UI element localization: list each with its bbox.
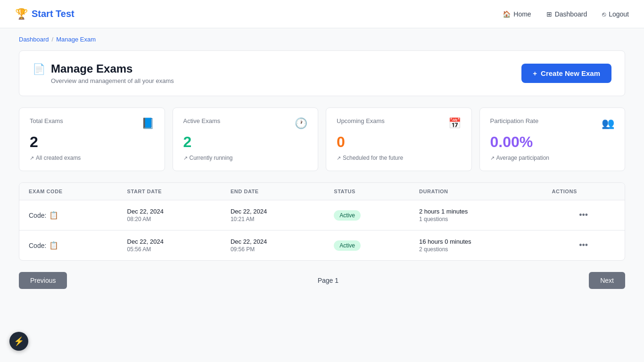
questions-1: 2 questions: [419, 246, 533, 253]
status-badge-1: Active: [334, 240, 361, 251]
stat-value-3: 0.00%: [490, 133, 615, 151]
logout-icon: ⎋: [602, 10, 606, 18]
stat-card-3: Participation Rate 👥 0.00% ↗ Average par…: [479, 107, 626, 171]
pagination: Previous Page 1 Next: [0, 272, 644, 304]
page-title-section: 📄 Manage Exams Overview and management o…: [33, 62, 174, 84]
stat-value-2: 0: [337, 133, 461, 151]
end-time-0: 10:21 AM: [231, 216, 315, 222]
lightning-button[interactable]: ⚡: [9, 332, 28, 351]
stat-card-0: Total Exams 📘 2 ↗ All created exams: [19, 107, 165, 171]
page-title-icon: 📄: [33, 63, 45, 75]
breadcrumb-separator: /: [52, 36, 54, 43]
stat-value-1: 2: [183, 133, 308, 151]
logo[interactable]: 🏆 Start Test: [15, 8, 74, 20]
cell-end-1: Dec 22, 2024 09:56 PM: [221, 230, 324, 261]
end-date-0: Dec 22, 2024: [231, 208, 315, 215]
col-start-date: START DATE: [118, 183, 221, 200]
stat-trend-icon-3: ↗: [490, 155, 495, 161]
stat-footer-text-0: All created exams: [36, 155, 81, 161]
stat-footer-text-2: Scheduled for the future: [343, 155, 403, 161]
copy-icon-0[interactable]: 📋: [49, 211, 58, 220]
stat-trend-icon-2: ↗: [337, 155, 341, 161]
page-title-text: Manage Exams Overview and management of …: [51, 62, 174, 84]
create-btn-label: Create New Exam: [541, 69, 600, 77]
logo-icon: 🏆: [15, 8, 28, 20]
col-end-date: END DATE: [221, 183, 324, 200]
start-time-0: 08:20 AM: [127, 216, 212, 222]
cell-code-1: Code: 📋: [19, 230, 118, 261]
nav: 🏠 Home ⊞ Dashboard ⎋ Logout: [503, 10, 629, 18]
cell-actions-0: •••: [542, 200, 625, 230]
nav-logout[interactable]: ⎋ Logout: [602, 10, 629, 18]
stat-trend-icon-1: ↗: [183, 155, 188, 161]
exam-table-container: EXAM CODE START DATE END DATE STATUS DUR…: [19, 182, 625, 261]
questions-0: 1 questions: [419, 216, 533, 222]
code-label-0: Code:: [29, 212, 46, 219]
stat-icon-1: 🕐: [295, 117, 307, 130]
duration-0: 2 hours 1 minutes: [419, 208, 533, 215]
col-actions: ACTIONS: [542, 183, 625, 200]
cell-duration-0: 2 hours 1 minutes 1 questions: [410, 200, 542, 230]
stat-card-1: Active Exams 🕐 2 ↗ Currently running: [173, 107, 319, 171]
code-label-1: Code:: [29, 242, 46, 249]
stat-footer-0: ↗ All created exams: [30, 155, 154, 161]
stat-icon-0: 📘: [141, 117, 154, 130]
status-badge-0: Active: [334, 210, 361, 221]
nav-dashboard-label: Dashboard: [555, 10, 587, 18]
table-header-row: EXAM CODE START DATE END DATE STATUS DUR…: [19, 183, 625, 200]
start-date-0: Dec 22, 2024: [127, 208, 212, 215]
cell-status-1: Active: [324, 230, 410, 261]
start-date-1: Dec 22, 2024: [127, 238, 212, 245]
breadcrumb-current: Manage Exam: [56, 36, 96, 43]
more-actions-button-1[interactable]: •••: [575, 239, 592, 252]
stat-icon-3: 👥: [602, 117, 614, 130]
col-status: STATUS: [324, 183, 410, 200]
duration-1: 16 hours 0 minutes: [419, 238, 533, 245]
stat-label-1: Active Exams: [183, 117, 221, 124]
cell-start-1: Dec 22, 2024 05:56 AM: [118, 230, 221, 261]
cell-end-0: Dec 22, 2024 10:21 AM: [221, 200, 324, 230]
header: 🏆 Start Test 🏠 Home ⊞ Dashboard ⎋ Logout: [0, 0, 644, 28]
stat-icon-2: 📅: [448, 117, 461, 130]
page-subtitle: Overview and management of all your exam…: [51, 77, 174, 84]
cell-start-0: Dec 22, 2024 08:20 AM: [118, 200, 221, 230]
stat-footer-2: ↗ Scheduled for the future: [337, 155, 461, 161]
page-info: Page 1: [318, 277, 339, 284]
stat-label-3: Participation Rate: [490, 117, 539, 124]
stat-footer-text-3: Average participation: [496, 155, 550, 161]
table-row: Code: 📋 Dec 22, 2024 05:56 AM Dec 22, 20…: [19, 230, 625, 261]
stat-footer-3: ↗ Average participation: [490, 155, 615, 161]
stat-footer-1: ↗ Currently running: [183, 155, 308, 161]
start-time-1: 05:56 AM: [127, 246, 212, 253]
next-button[interactable]: Next: [589, 272, 625, 289]
breadcrumb: Dashboard / Manage Exam: [0, 28, 644, 50]
stat-card-2: Upcoming Exams 📅 0 ↗ Scheduled for the f…: [326, 107, 472, 171]
previous-button[interactable]: Previous: [19, 272, 67, 289]
end-time-1: 09:56 PM: [231, 246, 315, 253]
stats-row: Total Exams 📘 2 ↗ All created exams Acti…: [19, 107, 625, 171]
home-icon: 🏠: [503, 10, 511, 18]
stat-footer-text-1: Currently running: [190, 155, 233, 161]
nav-home[interactable]: 🏠 Home: [503, 10, 531, 18]
nav-dashboard[interactable]: ⊞ Dashboard: [546, 10, 587, 18]
plus-icon: +: [533, 69, 537, 77]
nav-home-label: Home: [513, 10, 531, 18]
col-exam-code: EXAM CODE: [19, 183, 118, 200]
end-date-1: Dec 22, 2024: [231, 238, 315, 245]
breadcrumb-dashboard[interactable]: Dashboard: [19, 36, 49, 43]
table-row: Code: 📋 Dec 22, 2024 08:20 AM Dec 22, 20…: [19, 200, 625, 230]
col-duration: DURATION: [410, 183, 542, 200]
cell-duration-1: 16 hours 0 minutes 2 questions: [410, 230, 542, 261]
cell-code-0: Code: 📋: [19, 200, 118, 230]
dashboard-icon: ⊞: [546, 10, 552, 18]
nav-logout-label: Logout: [609, 10, 629, 18]
stat-trend-icon-0: ↗: [30, 155, 34, 161]
stat-value-0: 2: [30, 133, 154, 151]
cell-actions-1: •••: [542, 230, 625, 261]
app-name: Start Test: [32, 8, 74, 19]
cell-status-0: Active: [324, 200, 410, 230]
copy-icon-1[interactable]: 📋: [49, 241, 58, 250]
stat-label-2: Upcoming Exams: [337, 117, 385, 124]
create-new-exam-button[interactable]: + Create New Exam: [521, 64, 611, 83]
more-actions-button-0[interactable]: •••: [575, 208, 592, 222]
